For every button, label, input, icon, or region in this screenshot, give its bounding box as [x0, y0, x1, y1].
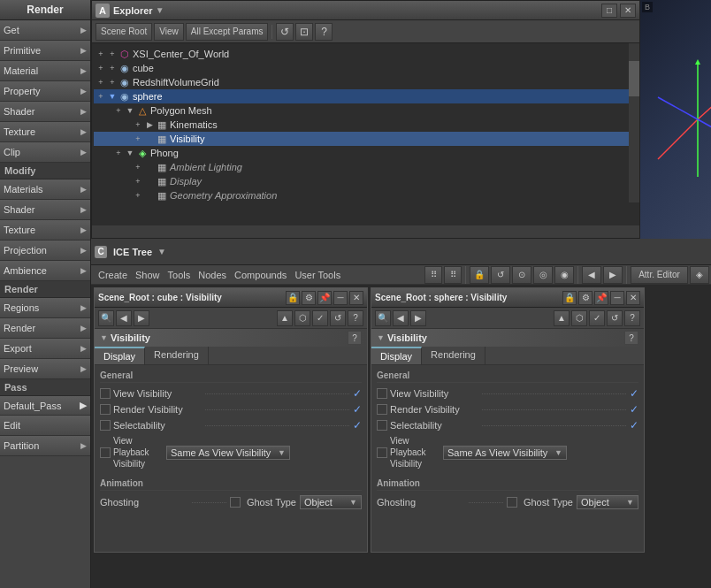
explorer-scrollbar[interactable] — [629, 43, 639, 202]
sphere-nav-copy[interactable]: ⬡ — [571, 310, 587, 326]
sidebar-btn-clip[interactable]: Clip ▶ — [0, 142, 90, 163]
sphere-nav-help[interactable]: ? — [624, 310, 640, 326]
cube-vpv-checkbox[interactable] — [100, 447, 111, 458]
cube-vpv-dropdown[interactable]: Same As View Visibility ▼ — [166, 446, 290, 460]
cube-tab-rendering[interactable]: Rendering — [145, 347, 209, 364]
ice-menu-tools[interactable]: Tools — [164, 269, 195, 281]
ice-menu-create[interactable]: Create — [95, 269, 131, 281]
sphere-panel-minimize[interactable]: ─ — [610, 291, 624, 305]
sidebar-btn-edit[interactable]: Edit — [0, 416, 90, 436]
sphere-panel-gear[interactable]: ⚙ — [578, 291, 592, 305]
sphere-ghost-checkbox[interactable] — [507, 497, 517, 508]
tree-item-visibility[interactable]: + ▶ ▦ Visibility — [94, 132, 638, 146]
sidebar-btn-materials[interactable]: Materials ▶ — [0, 179, 90, 200]
ice-menu-user-tools[interactable]: User Tools — [291, 269, 344, 281]
sphere-nav-check[interactable]: ✓ — [589, 310, 605, 326]
cube-panel-gear[interactable]: ⚙ — [302, 291, 316, 305]
attr-editor-btn[interactable]: Attr. Editor — [631, 266, 688, 284]
tree-item-sphere[interactable]: + ▼ ◉ sphere — [94, 89, 638, 103]
cube-ghost-checkbox[interactable] — [230, 497, 241, 508]
sidebar-btn-default-pass[interactable]: Default_Pass ▶ — [0, 396, 90, 416]
sphere-tab-rendering[interactable]: Rendering — [422, 347, 485, 364]
sphere-vis-help[interactable]: ? — [624, 331, 638, 345]
cube-tab-display[interactable]: Display — [95, 347, 145, 364]
filter-btn[interactable]: ⊡ — [295, 23, 313, 41]
tree-item-xsi[interactable]: + + ⬡ XSI_Center_Of_World — [94, 47, 638, 61]
tree-item-cube[interactable]: + + ◉ cube — [94, 61, 638, 75]
sphere-nav-up[interactable]: ▲ — [554, 310, 570, 326]
cube-nav-check[interactable]: ✓ — [312, 310, 328, 326]
cube-nav-up[interactable]: ▲ — [277, 310, 293, 326]
tree-item-kinematics[interactable]: + ▶ ▦ Kinematics — [94, 118, 638, 132]
sidebar-btn-ambience[interactable]: Ambience ▶ — [0, 261, 90, 281]
sidebar-btn-render[interactable]: Render ▶ — [0, 318, 90, 339]
explorer-tree[interactable]: + + ⬡ XSI_Center_Of_World + + ◉ cube + +… — [92, 43, 639, 225]
sidebar-btn-primitive[interactable]: Primitive ▶ — [0, 41, 90, 61]
sphere-nav-zoom-in[interactable]: 🔍 — [375, 310, 391, 326]
sidebar-btn-export[interactable]: Export ▶ — [0, 339, 90, 359]
sidebar-btn-shader[interactable]: Shader ▶ — [0, 102, 90, 122]
tree-item-geoapprox[interactable]: + ▶ ▦ Geometry Approximation — [94, 188, 638, 202]
cube-nav-help[interactable]: ? — [348, 310, 363, 326]
ice-tb-btn3[interactable]: ⊙ — [512, 266, 531, 284]
cube-visibility-section[interactable]: ▼ Visibility ? — [95, 329, 367, 347]
ice-tb-refresh[interactable]: ↺ — [491, 266, 510, 284]
ice-tb-lock[interactable]: 🔒 — [470, 266, 489, 284]
cube-panel-close[interactable]: ✕ — [349, 291, 363, 305]
cube-panel-lock[interactable]: 🔒 — [286, 291, 300, 305]
cube-select-checkbox[interactable] — [100, 420, 111, 431]
sidebar-btn-shader2[interactable]: Shader ▶ — [0, 200, 90, 220]
sphere-tab-display[interactable]: Display — [371, 347, 422, 364]
cube-render-vis-checkbox[interactable] — [100, 404, 111, 415]
ice-tb-btn5[interactable]: ◉ — [554, 266, 574, 284]
ice-menu-nodes[interactable]: Nodes — [195, 269, 230, 281]
ice-tree-canvas[interactable]: Scene_Root : cube : Visibility 🔒 ⚙ 📌 ─ ✕… — [91, 285, 711, 588]
sidebar-btn-get[interactable]: Get ▶ — [0, 20, 90, 41]
sphere-vpv-dropdown[interactable]: Same As View Visibility ▼ — [443, 446, 567, 460]
sphere-nav-next[interactable]: ▶ — [410, 310, 426, 326]
view-btn[interactable]: View — [154, 23, 184, 41]
sphere-ghost-type-dropdown[interactable]: Object ▼ — [577, 495, 638, 509]
sphere-vpv-checkbox[interactable] — [377, 447, 387, 458]
refresh-btn[interactable]: ↺ — [276, 23, 294, 41]
sphere-panel-lock[interactable]: 🔒 — [562, 291, 577, 305]
ice-tb-nav-next[interactable]: ▶ — [603, 266, 623, 284]
tree-item-volume[interactable]: + + ◉ RedshiftVolumeGrid — [94, 75, 638, 89]
ice-tb-nav-prev[interactable]: ◀ — [582, 266, 601, 284]
cube-nav-copy[interactable]: ⬡ — [294, 310, 310, 326]
explorer-maximize-btn[interactable]: □ — [601, 4, 617, 18]
cube-nav-next[interactable]: ▶ — [134, 310, 149, 326]
ice-tb-btn6[interactable]: ◈ — [690, 266, 709, 284]
sphere-nav-refresh[interactable]: ↺ — [607, 310, 623, 326]
cube-nav-prev[interactable]: ◀ — [116, 310, 132, 326]
sphere-view-vis-checkbox[interactable] — [377, 388, 387, 399]
sidebar-btn-regions[interactable]: Regions ▶ — [0, 298, 90, 318]
sphere-nav-prev[interactable]: ◀ — [393, 310, 409, 326]
cube-nav-refresh[interactable]: ↺ — [330, 310, 346, 326]
sphere-select-checkbox[interactable] — [377, 420, 387, 431]
sphere-visibility-section[interactable]: ▼ Visibility ? — [371, 329, 644, 347]
help-btn[interactable]: ? — [315, 23, 333, 41]
ice-tb-btn-1[interactable]: ⠿ — [424, 266, 442, 284]
sidebar-btn-texture2[interactable]: Texture ▶ — [0, 220, 90, 241]
sphere-panel-pin[interactable]: 📌 — [594, 291, 608, 305]
tree-item-polygon-mesh[interactable]: + ▼ △ Polygon Mesh — [94, 103, 638, 118]
ice-tb-btn4[interactable]: ◎ — [533, 266, 553, 284]
cube-view-vis-checkbox[interactable] — [100, 388, 111, 399]
sidebar-btn-partition[interactable]: Partition ▶ — [0, 436, 90, 456]
sidebar-btn-projection[interactable]: Projection ▶ — [0, 241, 90, 261]
sphere-render-vis-checkbox[interactable] — [377, 404, 387, 415]
sphere-panel-close[interactable]: ✕ — [626, 291, 640, 305]
explorer-close-btn[interactable]: ✕ — [620, 4, 636, 18]
cube-panel-minimize[interactable]: ─ — [333, 291, 348, 305]
scene-root-btn[interactable]: Scene Root — [96, 23, 152, 41]
tree-item-ambient[interactable]: + ▶ ▦ Ambient Lighting — [94, 160, 638, 174]
all-except-params-btn[interactable]: All Except Params — [186, 23, 269, 41]
sidebar-btn-texture[interactable]: Texture ▶ — [0, 122, 90, 142]
cube-panel-pin[interactable]: 📌 — [317, 291, 332, 305]
sidebar-btn-property[interactable]: Property ▶ — [0, 81, 90, 102]
sidebar-btn-material[interactable]: Material ▶ — [0, 61, 90, 81]
tree-item-phong[interactable]: + ▼ ◈ Phong — [94, 146, 638, 160]
cube-ghost-type-dropdown[interactable]: Object ▼ — [300, 495, 362, 509]
sidebar-btn-preview[interactable]: Preview ▶ — [0, 359, 90, 379]
